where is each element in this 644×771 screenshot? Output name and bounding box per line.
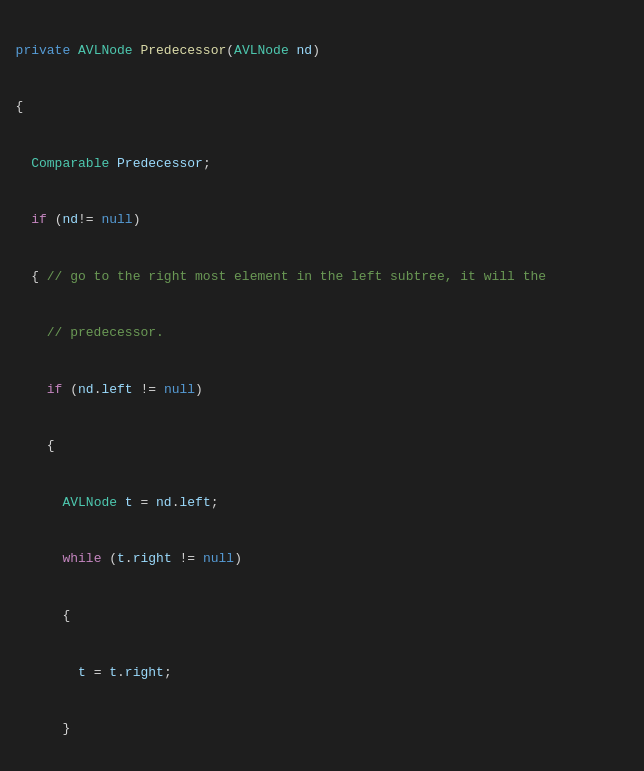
line-13: }	[0, 720, 644, 739]
line-11-content: {	[0, 607, 636, 626]
line-11: {	[0, 607, 644, 626]
line-6: // predecessor.	[0, 324, 644, 343]
line-2: {	[0, 98, 644, 117]
line-12-content: t = t.right;	[0, 664, 636, 683]
line-13-content: }	[0, 720, 636, 739]
line-6-content: // predecessor.	[0, 324, 636, 343]
line-5: { // go to the right most element in the…	[0, 268, 644, 287]
line-9-content: AVLNode t = nd.left;	[0, 494, 636, 513]
line-10: while (t.right != null)	[0, 550, 644, 569]
line-2-content: {	[0, 98, 636, 117]
line-9: AVLNode t = nd.left;	[0, 494, 644, 513]
line-4: if (nd!= null)	[0, 211, 644, 230]
line-7: if (nd.left != null)	[0, 381, 644, 400]
line-3: Comparable Predecessor;	[0, 155, 644, 174]
line-10-content: while (t.right != null)	[0, 550, 636, 569]
line-1: private AVLNode Predecessor(AVLNode nd)	[0, 42, 644, 61]
line-8: {	[0, 437, 644, 456]
line-5-content: { // go to the right most element in the…	[0, 268, 636, 287]
line-4-content: if (nd!= null)	[0, 211, 636, 230]
line-8-content: {	[0, 437, 636, 456]
line-3-content: Comparable Predecessor;	[0, 155, 636, 174]
code-editor: private AVLNode Predecessor(AVLNode nd) …	[0, 0, 644, 771]
line-12: t = t.right;	[0, 664, 644, 683]
line-1-content: private AVLNode Predecessor(AVLNode nd)	[0, 42, 636, 61]
line-7-content: if (nd.left != null)	[0, 381, 636, 400]
